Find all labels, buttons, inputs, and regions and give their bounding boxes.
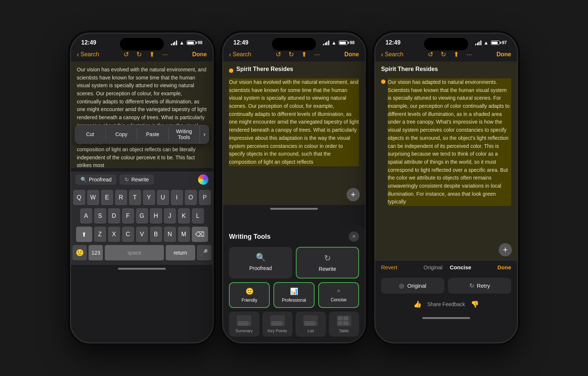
num-key[interactable]: 123 bbox=[89, 245, 103, 260]
rewrite-label: Rewrite bbox=[131, 177, 148, 182]
more-icon-1[interactable]: ··· bbox=[162, 51, 168, 58]
key-t[interactable]: T bbox=[129, 190, 141, 205]
back-btn-3[interactable]: Search bbox=[385, 51, 404, 58]
key-k[interactable]: K bbox=[178, 208, 190, 224]
key-c[interactable]: C bbox=[122, 227, 134, 242]
toolbar-left-1[interactable]: ‹ Search bbox=[77, 51, 99, 58]
wt-table-btn[interactable]: ↓ Table bbox=[329, 312, 359, 337]
home-indicator-1 bbox=[118, 268, 166, 270]
share-icon-2[interactable]: ⬆ bbox=[301, 50, 307, 58]
wt-proofread-btn[interactable]: 🔍 Proofread bbox=[229, 247, 292, 279]
home-indicator-3 bbox=[422, 317, 470, 319]
copy-btn[interactable]: Copy bbox=[106, 128, 137, 141]
wt-list-btn[interactable]: ↓ List bbox=[295, 312, 326, 337]
wt-keypoints-btn[interactable]: ↓ Key Points bbox=[262, 312, 293, 337]
paste-btn[interactable]: Paste bbox=[137, 128, 168, 141]
feedback-label[interactable]: Share Feedback bbox=[427, 301, 465, 307]
toolbar-icons-2: ↺ ↻ ⬆ ··· bbox=[276, 50, 320, 58]
ai-icon-1[interactable] bbox=[198, 174, 208, 185]
done-btn-2[interactable]: Done bbox=[344, 51, 359, 58]
key-p[interactable]: P bbox=[199, 190, 211, 205]
done-btn-3[interactable]: Done bbox=[496, 51, 511, 58]
key-m[interactable]: M bbox=[178, 227, 190, 242]
cut-btn[interactable]: Cut bbox=[75, 128, 106, 141]
wifi-icon-3: ▲ bbox=[484, 40, 489, 46]
wt-friendly-btn[interactable]: 🙂 Friendly bbox=[229, 282, 270, 308]
key-x[interactable]: X bbox=[108, 227, 120, 242]
redo-icon-3[interactable]: ↻ bbox=[441, 50, 446, 58]
back-btn-1[interactable]: Search bbox=[80, 51, 99, 58]
wt-summary-btn[interactable]: ↓ Summary bbox=[229, 312, 259, 337]
key-w[interactable]: W bbox=[87, 190, 99, 205]
toolbar-left-3[interactable]: ‹ Search bbox=[381, 51, 404, 58]
share-icon-1[interactable]: ⬆ bbox=[149, 50, 155, 58]
more-icon-3[interactable]: ··· bbox=[466, 51, 472, 58]
wt-professional-btn[interactable]: 📊 Professional bbox=[273, 282, 314, 308]
writing-tools-panel: Writing Tools × 🔍 Proofread ↻ Rewrite 🙂 … bbox=[223, 226, 365, 343]
delete-key[interactable]: ⌫ bbox=[192, 227, 208, 242]
battery-num-2: 98 bbox=[350, 40, 355, 45]
done-btn-1[interactable]: Done bbox=[192, 51, 207, 58]
rewrite-toolbar: Revert Original Concise Done bbox=[375, 260, 517, 274]
content-3[interactable]: Spirit There Resides Our vision has adap… bbox=[375, 61, 517, 260]
content-title-2: Spirit There Resides bbox=[236, 66, 293, 72]
key-s[interactable]: S bbox=[94, 208, 106, 224]
mic-key[interactable]: 🎤 bbox=[197, 245, 211, 260]
history-icon-2[interactable]: ↺ bbox=[276, 50, 281, 58]
thumbs-up-icon[interactable]: 👍 bbox=[413, 300, 422, 308]
content-1[interactable]: Our vision has evolved with the natural … bbox=[71, 61, 213, 168]
key-a[interactable]: A bbox=[80, 208, 92, 224]
wt-rewrite-btn[interactable]: ↻ Rewrite bbox=[296, 247, 359, 279]
plus-btn-2[interactable]: + bbox=[347, 188, 360, 201]
key-u[interactable]: U bbox=[157, 190, 169, 205]
space-key[interactable]: space bbox=[105, 245, 164, 260]
key-n[interactable]: N bbox=[164, 227, 176, 242]
toolbar-icons-1: ↺ ↻ ⬆ ··· bbox=[123, 50, 168, 58]
chevron-left-icon-2: ‹ bbox=[229, 51, 231, 58]
key-q[interactable]: Q bbox=[73, 190, 85, 205]
revert-btn[interactable]: Revert bbox=[381, 264, 397, 270]
return-key[interactable]: return bbox=[166, 245, 195, 260]
phone-1: 12:49 ▲ 98 ‹ Search bbox=[70, 33, 214, 343]
key-o[interactable]: O bbox=[185, 190, 197, 205]
key-z[interactable]: Z bbox=[94, 227, 106, 242]
rewrite-suggestion[interactable]: ↻ Rewrite bbox=[119, 174, 154, 185]
toolbar-left-2[interactable]: ‹ Search bbox=[229, 51, 251, 58]
key-d[interactable]: D bbox=[108, 208, 120, 224]
key-h[interactable]: H bbox=[150, 208, 162, 224]
proofread-suggestion[interactable]: 🔍 Proofread bbox=[75, 174, 116, 185]
key-i[interactable]: I bbox=[171, 190, 183, 205]
more-icon-2[interactable]: ··· bbox=[314, 51, 320, 58]
key-y[interactable]: Y bbox=[143, 190, 155, 205]
concise-option[interactable]: Concise bbox=[450, 264, 471, 270]
key-l[interactable]: L bbox=[192, 208, 204, 224]
key-e[interactable]: E bbox=[101, 190, 113, 205]
key-j[interactable]: J bbox=[164, 208, 176, 224]
content-2[interactable]: Spirit There Resides Our vision has evol… bbox=[223, 61, 365, 205]
wt-close-btn[interactable]: × bbox=[349, 231, 359, 242]
key-b[interactable]: B bbox=[150, 227, 162, 242]
key-r[interactable]: R bbox=[115, 190, 127, 205]
proofread-label: Proofread bbox=[89, 177, 111, 182]
original-option[interactable]: Original bbox=[423, 264, 442, 270]
shift-key[interactable]: ⬆ bbox=[76, 227, 92, 242]
retry-btn[interactable]: ↻ Retry bbox=[448, 278, 511, 294]
emoji-key[interactable]: 🙂 bbox=[72, 245, 87, 260]
history-icon-1[interactable]: ↺ bbox=[123, 50, 129, 58]
key-g[interactable]: G bbox=[136, 208, 148, 224]
share-icon-3[interactable]: ⬆ bbox=[453, 50, 459, 58]
key-v[interactable]: V bbox=[136, 227, 148, 242]
writing-tools-btn-1[interactable]: Writing Tools bbox=[169, 125, 200, 144]
thumbs-down-icon[interactable]: 👎 bbox=[471, 300, 479, 308]
redo-icon-1[interactable]: ↻ bbox=[136, 50, 142, 58]
wt-concise-btn[interactable]: ÷ Concise bbox=[318, 282, 359, 308]
rewrite-done-btn[interactable]: Done bbox=[497, 264, 511, 270]
original-btn[interactable]: ◎ Original bbox=[381, 278, 444, 294]
history-icon-3[interactable]: ↺ bbox=[428, 50, 433, 58]
key-row-3: ⬆ Z X C V B N M ⌫ bbox=[72, 227, 211, 242]
key-f[interactable]: F bbox=[122, 208, 134, 224]
back-btn-2[interactable]: Search bbox=[233, 51, 251, 58]
redo-icon-2[interactable]: ↻ bbox=[288, 50, 294, 58]
plus-btn-3[interactable]: + bbox=[499, 243, 512, 256]
professional-icon: 📊 bbox=[290, 287, 298, 295]
